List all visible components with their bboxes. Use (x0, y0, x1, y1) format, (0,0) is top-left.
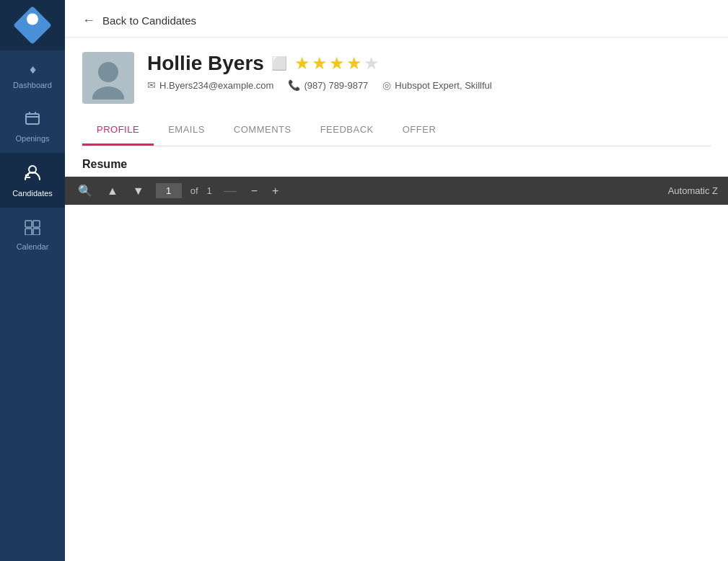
candidates-icon (23, 163, 42, 185)
app-logo (0, 0, 65, 50)
tab-offer[interactable]: OFFER (388, 115, 451, 146)
svg-rect-6 (25, 229, 32, 235)
pdf-total-pages: 1 (207, 185, 212, 196)
svg-rect-7 (33, 229, 40, 235)
calendar-icon (24, 218, 41, 238)
star-4: ★ (346, 53, 362, 74)
pdf-search-button[interactable]: 🔍 (75, 182, 95, 199)
skills-meta: ◎ Hubspot Expert, Skillful (382, 79, 491, 91)
sidebar-item-openings[interactable]: Openings (0, 100, 65, 153)
skills-icon: ◎ (382, 79, 391, 91)
phone-meta: 📞 (987) 789-9877 (288, 79, 368, 91)
avatar-silhouette (87, 56, 130, 100)
star-5: ★ (364, 53, 380, 74)
tab-profile[interactable]: PROFILE (82, 115, 154, 146)
svg-rect-5 (33, 221, 40, 227)
candidate-details: Hollie Byers ⬜ ★ ★ ★ ★ ★ ✉ H.Byers234@ex… (147, 52, 711, 91)
candidate-header: Hollie Byers ⬜ ★ ★ ★ ★ ★ ✉ H.Byers234@ex… (65, 37, 728, 146)
resume-section: Resume (65, 146, 728, 177)
pdf-prev-button[interactable]: ▲ (104, 183, 121, 199)
avatar (82, 52, 134, 104)
pdf-viewer: 🔍 ▲ ▼ of 1 — − + Automatic Z Hol (65, 177, 728, 205)
star-1: ★ (294, 53, 310, 74)
tab-feedback[interactable]: FEEDBACK (306, 115, 388, 146)
main-content: ← Back to Candidates Hollie Byers ⬜ ★ ★ (65, 0, 728, 561)
back-arrow-icon: ← (82, 13, 95, 28)
star-rating[interactable]: ★ ★ ★ ★ ★ (294, 53, 380, 74)
resume-title: Resume (82, 158, 127, 170)
pdf-zoom-out-button[interactable]: − (248, 183, 260, 199)
svg-rect-4 (25, 221, 32, 227)
topbar: ← Back to Candidates (65, 0, 728, 37)
candidate-info: Hollie Byers ⬜ ★ ★ ★ ★ ★ ✉ H.Byers234@ex… (82, 52, 711, 104)
tab-comments[interactable]: COMMENTS (219, 115, 306, 146)
tabs: PROFILE EMAILS COMMENTS FEEDBACK OFFER (82, 115, 711, 146)
sidebar-item-calendar[interactable]: Calendar (0, 208, 65, 261)
pdf-next-button[interactable]: ▼ (130, 183, 147, 199)
candidate-skills: Hubspot Expert, Skillful (395, 80, 491, 91)
star-2: ★ (312, 53, 328, 74)
email-meta: ✉ H.Byers234@example.com (147, 79, 273, 91)
pdf-page-input[interactable] (156, 183, 182, 198)
content-area: Resume 🔍 ▲ ▼ of 1 — − + Automatic Z (65, 146, 728, 561)
candidate-name-row: Hollie Byers ⬜ ★ ★ ★ ★ ★ (147, 52, 711, 75)
email-icon: ✉ (147, 79, 156, 91)
svg-point-8 (98, 62, 118, 82)
candidate-email: H.Byers234@example.com (159, 80, 273, 91)
pdf-zoom-in-button[interactable]: + (269, 183, 281, 199)
bookmark-icon[interactable]: ⬜ (271, 56, 287, 71)
pdf-zoom-label: Automatic Z (668, 185, 718, 196)
candidate-phone: (987) 789-9877 (304, 80, 368, 91)
svg-rect-0 (26, 114, 39, 124)
phone-icon: 📞 (288, 79, 300, 91)
svg-point-9 (92, 87, 124, 100)
candidate-name: Hollie Byers (147, 52, 264, 75)
pdf-toolbar: 🔍 ▲ ▼ of 1 — − + Automatic Z (65, 177, 728, 205)
back-label: Back to Candidates (102, 14, 196, 27)
sidebar-item-candidates[interactable]: Candidates (0, 153, 65, 208)
tab-emails[interactable]: EMAILS (154, 115, 219, 146)
logo-diamond-icon (13, 6, 52, 45)
sidebar: ⬧ Dashboard Openings Candidates (0, 0, 65, 561)
sidebar-item-dashboard[interactable]: ⬧ Dashboard (0, 50, 65, 100)
pdf-of-label: of (190, 185, 198, 196)
openings-icon (24, 110, 41, 130)
star-3: ★ (329, 53, 345, 74)
pdf-divider: — (224, 183, 237, 198)
dashboard-icon: ⬧ (28, 61, 38, 76)
candidate-meta: ✉ H.Byers234@example.com 📞 (987) 789-987… (147, 79, 711, 91)
back-to-candidates-link[interactable]: ← Back to Candidates (82, 13, 711, 28)
